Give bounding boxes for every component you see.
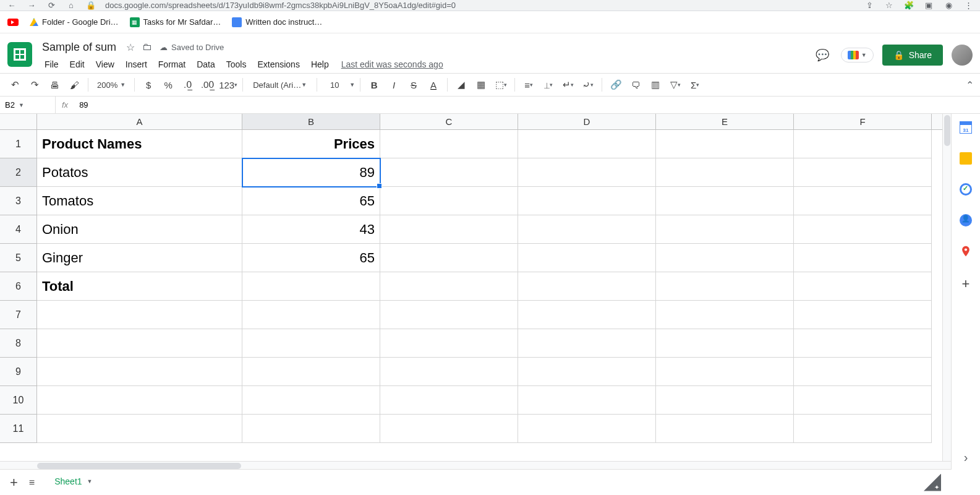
v-align-button[interactable]: ⟂▾ — [540, 76, 557, 93]
menu-data[interactable]: Data — [192, 57, 220, 72]
cell-A5[interactable]: Ginger — [37, 244, 242, 272]
cell-E6[interactable] — [656, 272, 794, 301]
cell-F1[interactable] — [794, 130, 932, 158]
menu-edit[interactable]: Edit — [65, 57, 90, 72]
chart-button[interactable]: ▥ — [647, 76, 664, 93]
cell-E1[interactable] — [656, 130, 794, 158]
cell-D6[interactable] — [518, 272, 656, 301]
add-sheet-button[interactable]: + — [10, 475, 18, 491]
paint-format-button[interactable]: 🖌 — [66, 76, 83, 93]
cell-B9[interactable] — [242, 358, 380, 386]
menu-help[interactable]: Help — [306, 57, 334, 72]
col-header-D[interactable]: D — [518, 114, 656, 129]
fill-color-button[interactable]: ◢ — [453, 76, 470, 93]
row-header[interactable]: 3 — [0, 187, 37, 215]
row-header[interactable]: 6 — [0, 272, 37, 301]
print-button[interactable]: 🖶 — [46, 76, 63, 93]
filter-button[interactable]: ▽▾ — [667, 76, 684, 93]
row-header[interactable]: 5 — [0, 244, 37, 272]
decrease-decimal-button[interactable]: .0̲ — [179, 76, 197, 93]
calendar-icon[interactable]: 31 — [960, 121, 972, 134]
cell-E7[interactable] — [656, 301, 794, 329]
cell-B3[interactable]: 65 — [242, 187, 380, 215]
currency-button[interactable]: $ — [140, 76, 157, 93]
cell-B6[interactable] — [242, 272, 380, 301]
share-page-icon[interactable]: ⇪ — [864, 0, 875, 11]
cell-D9[interactable] — [518, 358, 656, 386]
cell-D7[interactable] — [518, 301, 656, 329]
select-all-corner[interactable] — [0, 114, 37, 129]
cell-D1[interactable] — [518, 130, 656, 158]
cell-B4[interactable]: 43 — [242, 215, 380, 244]
cell-D5[interactable] — [518, 244, 656, 272]
cell-C10[interactable] — [380, 386, 518, 415]
cell-C4[interactable] — [380, 215, 518, 244]
tasks-icon[interactable] — [960, 183, 972, 196]
font-dropdown[interactable]: Default (Ari…▼ — [248, 80, 312, 90]
menu-insert[interactable]: Insert — [121, 57, 152, 72]
cell-F8[interactable] — [794, 329, 932, 358]
font-size-dropdown[interactable]: 10 — [322, 80, 347, 90]
cell-C3[interactable] — [380, 187, 518, 215]
cell-D8[interactable] — [518, 329, 656, 358]
cell-C2[interactable] — [380, 158, 518, 187]
cell-E9[interactable] — [656, 358, 794, 386]
number-format-dropdown[interactable]: 123▾ — [219, 76, 237, 93]
cell-F5[interactable] — [794, 244, 932, 272]
cell-F11[interactable] — [794, 415, 932, 443]
contacts-icon[interactable] — [960, 214, 972, 226]
name-box[interactable]: B2▼ — [0, 97, 56, 113]
cell-F9[interactable] — [794, 358, 932, 386]
hide-side-panel-icon[interactable]: › — [952, 445, 981, 470]
cell-A9[interactable] — [37, 358, 242, 386]
keep-icon[interactable] — [960, 152, 972, 165]
menu-extensions[interactable]: Extensions — [252, 57, 304, 72]
col-header-E[interactable]: E — [656, 114, 794, 129]
formula-input[interactable]: 89 — [74, 100, 93, 110]
kebab-icon[interactable]: ⋮ — [963, 0, 974, 11]
row-header[interactable]: 9 — [0, 358, 37, 386]
cell-D3[interactable] — [518, 187, 656, 215]
col-header-C[interactable]: C — [380, 114, 518, 129]
share-button[interactable]: 🔒Share — [882, 45, 943, 66]
cell-A2[interactable]: Potatos — [37, 158, 242, 187]
spreadsheet-grid[interactable]: A B C D E F 1Product NamesPrices2Potatos… — [0, 114, 951, 470]
redo-button[interactable]: ↷ — [26, 76, 43, 93]
strikethrough-button[interactable]: S — [405, 76, 422, 93]
functions-button[interactable]: Σ▾ — [686, 76, 704, 93]
collapse-toolbar-icon[interactable]: ⌃ — [966, 79, 974, 91]
row-header[interactable]: 2 — [0, 158, 37, 187]
extensions-icon[interactable]: 🧩 — [903, 0, 914, 11]
undo-button[interactable]: ↶ — [6, 76, 23, 93]
reload-icon[interactable]: ⟳ — [46, 0, 57, 11]
cell-B8[interactable] — [242, 329, 380, 358]
cell-A10[interactable] — [37, 386, 242, 415]
explore-button[interactable] — [924, 474, 941, 491]
cell-A8[interactable] — [37, 329, 242, 358]
account-avatar[interactable] — [952, 45, 973, 66]
cell-A4[interactable]: Onion — [37, 215, 242, 244]
cell-F2[interactable] — [794, 158, 932, 187]
borders-button[interactable]: ▦ — [472, 76, 490, 93]
cell-B7[interactable] — [242, 301, 380, 329]
col-header-F[interactable]: F — [794, 114, 932, 129]
url-bar[interactable]: docs.google.com/spreadsheets/d/173yuIdb9… — [105, 1, 855, 10]
cell-E11[interactable] — [656, 415, 794, 443]
cell-C7[interactable] — [380, 301, 518, 329]
row-header[interactable]: 11 — [0, 415, 37, 443]
col-header-B[interactable]: B — [242, 114, 380, 129]
cell-B1[interactable]: Prices — [242, 130, 380, 158]
row-header[interactable]: 7 — [0, 301, 37, 329]
horizontal-scrollbar[interactable] — [0, 461, 951, 470]
home-icon[interactable]: ⌂ — [66, 0, 77, 11]
cell-E8[interactable] — [656, 329, 794, 358]
cell-F10[interactable] — [794, 386, 932, 415]
menu-tools[interactable]: Tools — [221, 57, 252, 72]
star-icon[interactable]: ☆ — [884, 0, 895, 11]
cell-C5[interactable] — [380, 244, 518, 272]
cell-E2[interactable] — [656, 158, 794, 187]
cell-A7[interactable] — [37, 301, 242, 329]
cell-A1[interactable]: Product Names — [37, 130, 242, 158]
bold-button[interactable]: B — [365, 76, 383, 93]
cell-E10[interactable] — [656, 386, 794, 415]
